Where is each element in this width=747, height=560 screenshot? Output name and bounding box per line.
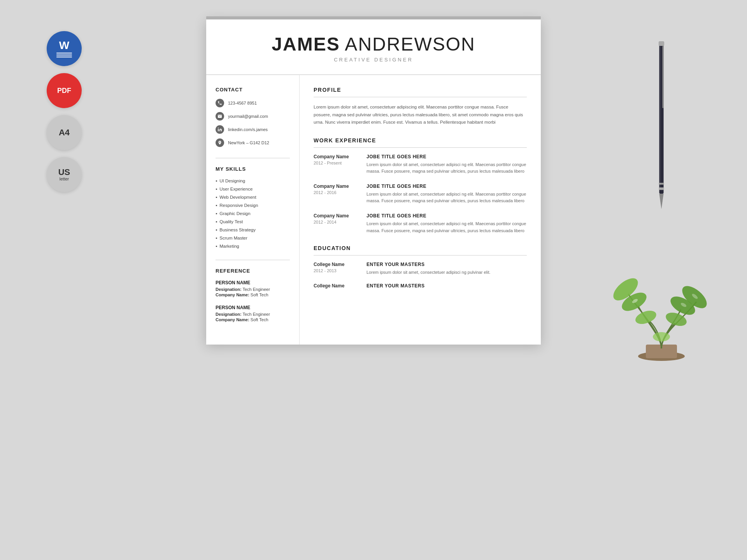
svg-rect-6 <box>660 46 661 189</box>
skill-8: Scrum Master <box>216 235 290 241</box>
exp-3-company: Company Name <box>314 213 360 219</box>
edu-divider <box>314 255 527 256</box>
ref-1-designation-value: Tech Engineer <box>242 287 270 292</box>
ref-1-designation-label: Designation: <box>216 287 242 292</box>
phone-icon <box>216 99 224 107</box>
edu-1-desc: Lorem ipsum dolor sit amet, consectetuer… <box>366 269 527 276</box>
ref-1-name: PERSON NAME <box>216 280 290 285</box>
exp-2-company: Company Name <box>314 184 360 189</box>
ref-1-designation: Designation: Tech Engineer <box>216 287 290 292</box>
us-label: US <box>58 168 70 177</box>
skill-5: Graphic Design <box>216 211 290 216</box>
profile-divider <box>314 97 527 97</box>
exp-item-1: Company Name 2012 - Present JOBE TITLE G… <box>314 154 527 175</box>
location-text: NewYork – G142 D12 <box>228 140 269 145</box>
edu-item-1: College Name 2012 - 2013 ENTER YOUR MAST… <box>314 262 527 276</box>
reference-1: PERSON NAME Designation: Tech Engineer C… <box>216 280 290 297</box>
edu-1-right: ENTER YOUR MASTERS Lorem ipsum dolor sit… <box>366 262 527 276</box>
ref-2-designation-value: Tech Engineer <box>242 312 270 317</box>
reference-section: REFERENCE PERSON NAME Designation: Tech … <box>216 268 290 322</box>
word-icon[interactable]: W <box>47 31 82 66</box>
skills-title: MY SKILLS <box>216 166 290 172</box>
word-line-1 <box>56 52 72 54</box>
exp-3-right: JOBE TITLE GOES HERE Lorem ipsum dolor s… <box>366 213 527 234</box>
education-section: EDUCATION College Name 2012 - 2013 ENTER… <box>314 245 527 290</box>
side-icons: W PDF A4 US letter <box>47 31 82 192</box>
svg-point-11 <box>634 308 658 326</box>
svg-rect-1 <box>662 46 663 108</box>
resume-header: JAMES ANDREWSON CREATIVE DESIGNER <box>206 19 541 75</box>
contact-location: NewYork – G142 D12 <box>216 138 290 147</box>
edu-2-degree: ENTER YOUR MASTERS <box>366 283 527 289</box>
exp-1-desc: Lorem ipsum dolor sit amet, consectetuer… <box>366 161 527 175</box>
phone-text: 123-4567 8951 <box>228 101 257 105</box>
exp-2-date: 2012 - 2016 <box>314 190 360 195</box>
word-line-2 <box>56 54 72 56</box>
header-title: CREATIVE DESIGNER <box>222 57 525 63</box>
ref-1-company-label: Company Name: <box>216 292 249 297</box>
edu-1-degree: ENTER YOUR MASTERS <box>366 262 527 267</box>
name-bold: JAMES <box>272 34 340 54</box>
reference-title: REFERENCE <box>216 268 290 274</box>
divider-1 <box>216 158 290 158</box>
main-content: PROFILE Lorem ipsum dolor sit amet, cons… <box>300 75 541 345</box>
word-w-label: W <box>59 40 69 51</box>
exp-2-desc: Lorem ipsum dolor sit amet, consectetuer… <box>366 191 527 205</box>
skill-4: Responsive Design <box>216 203 290 208</box>
exp-2-title: JOBE TITLE GOES HERE <box>366 184 527 189</box>
ref-1-company-value: Soft Tech <box>251 292 268 297</box>
edu-2-left: College Name <box>314 283 360 290</box>
skills-list: UI Designing User Experience Web Develop… <box>216 178 290 249</box>
us-icon[interactable]: US letter <box>47 157 82 192</box>
svg-marker-2 <box>659 194 663 209</box>
exp-1-title: JOBE TITLE GOES HERE <box>366 154 527 159</box>
exp-3-date: 2012 - 2014 <box>314 220 360 224</box>
svg-rect-4 <box>659 187 664 190</box>
location-icon <box>216 138 224 147</box>
ref-2-company: Company Name: Soft Tech <box>216 317 290 322</box>
linkedin-text: linkedin.com/s.james <box>228 127 268 132</box>
work-divider <box>314 147 527 148</box>
name-light: ANDREWSON <box>340 34 475 54</box>
exp-1-right: JOBE TITLE GOES HERE Lorem ipsum dolor s… <box>366 154 527 175</box>
reference-2: PERSON NAME Designation: Tech Engineer C… <box>216 305 290 322</box>
sidebar: CONTACT 123-4567 8951 yourmail@gmail.com <box>206 75 300 345</box>
contact-section: CONTACT 123-4567 8951 yourmail@gmail.com <box>216 87 290 147</box>
skills-section: MY SKILLS UI Designing User Experience W… <box>216 166 290 249</box>
pen-decoration <box>654 31 669 226</box>
profile-title: PROFILE <box>314 87 527 93</box>
a4-icon[interactable]: A4 <box>47 115 82 150</box>
exp-1-left: Company Name 2012 - Present <box>314 154 360 175</box>
exp-2-right: JOBE TITLE GOES HERE Lorem ipsum dolor s… <box>366 184 527 205</box>
edu-2-right: ENTER YOUR MASTERS <box>366 283 527 290</box>
ref-2-name: PERSON NAME <box>216 305 290 310</box>
exp-item-2: Company Name 2012 - 2016 JOBE TITLE GOES… <box>314 184 527 205</box>
edu-1-left: College Name 2012 - 2013 <box>314 262 360 276</box>
plant-decoration <box>607 228 716 364</box>
work-title: WORK EXPERIENCE <box>314 137 527 144</box>
contact-title: CONTACT <box>216 87 290 93</box>
us-sub-label: letter <box>60 177 69 181</box>
exp-3-title: JOBE TITLE GOES HERE <box>366 213 527 219</box>
skill-3: Web Development <box>216 194 290 200</box>
divider-2 <box>216 260 290 260</box>
contact-email: yourmail@gmail.com <box>216 112 290 121</box>
ref-2-designation-label: Designation: <box>216 312 242 317</box>
email-icon <box>216 112 224 121</box>
ref-2-designation: Designation: Tech Engineer <box>216 312 290 317</box>
profile-section: PROFILE Lorem ipsum dolor sit amet, cons… <box>314 87 527 126</box>
edu-2-college: College Name <box>314 283 360 289</box>
page-wrapper: W PDF A4 US letter JAMES ANDREWSON <box>0 0 747 364</box>
pdf-icon[interactable]: PDF <box>47 73 82 108</box>
resume-body: CONTACT 123-4567 8951 yourmail@gmail.com <box>206 75 541 345</box>
linkedin-icon <box>216 125 224 134</box>
skill-6: Quality Test <box>216 219 290 224</box>
email-text: yourmail@gmail.com <box>228 114 268 119</box>
resume-paper: JAMES ANDREWSON CREATIVE DESIGNER CONTAC… <box>206 19 541 345</box>
exp-1-date: 2012 - Present <box>314 161 360 165</box>
svg-rect-5 <box>659 183 664 185</box>
edu-1-college: College Name <box>314 262 360 267</box>
skill-1: UI Designing <box>216 178 290 184</box>
contact-phone: 123-4567 8951 <box>216 99 290 107</box>
exp-2-left: Company Name 2012 - 2016 <box>314 184 360 205</box>
